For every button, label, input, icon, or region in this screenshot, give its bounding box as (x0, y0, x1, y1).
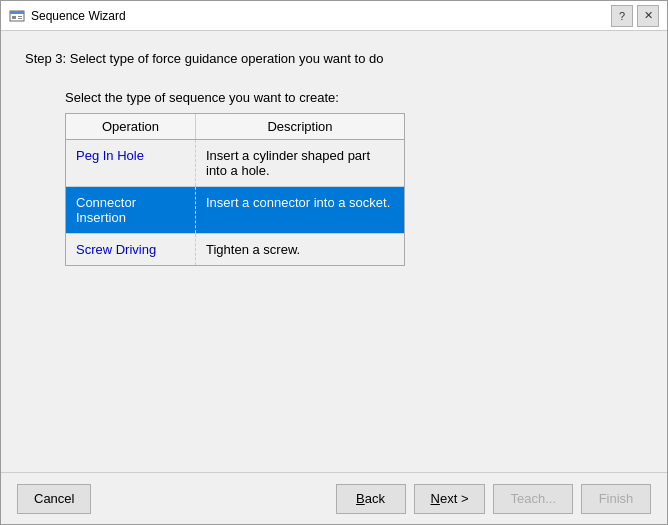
svg-rect-1 (10, 11, 24, 14)
row-operation: Screw Driving (66, 234, 196, 265)
row-description: Insert a cylinder shaped part into a hol… (196, 140, 404, 186)
svg-rect-2 (12, 16, 16, 19)
next-button[interactable]: Next > (414, 484, 486, 514)
help-button[interactable]: ? (611, 5, 633, 27)
title-bar: Sequence Wizard ? ✕ (1, 1, 667, 31)
finish-button[interactable]: Finish (581, 484, 651, 514)
row-operation: Connector Insertion (66, 187, 196, 233)
row-operation: Peg In Hole (66, 140, 196, 186)
svg-rect-4 (18, 18, 22, 19)
svg-rect-3 (18, 16, 22, 17)
back-label-rest: ack (365, 491, 385, 506)
window-icon (9, 8, 25, 24)
title-bar-controls: ? ✕ (611, 5, 659, 27)
back-button[interactable]: Back (336, 484, 406, 514)
next-underline: N (431, 491, 440, 506)
table-row[interactable]: Peg In Hole Insert a cylinder shaped par… (66, 140, 404, 187)
row-description: Tighten a screw. (196, 234, 404, 265)
footer-left: Cancel (17, 484, 328, 514)
col-description: Description (196, 114, 404, 139)
window-title: Sequence Wizard (31, 9, 611, 23)
table-header: Operation Description (66, 114, 404, 140)
content-area: Step 3: Select type of force guidance op… (1, 31, 667, 472)
selection-label: Select the type of sequence you want to … (65, 90, 339, 105)
operation-table: Operation Description Peg In Hole Insert… (65, 113, 405, 266)
step-title: Step 3: Select type of force guidance op… (25, 51, 643, 66)
teach-button[interactable]: Teach... (493, 484, 573, 514)
table-row[interactable]: Connector Insertion Insert a connector i… (66, 187, 404, 234)
table-row[interactable]: Screw Driving Tighten a screw. (66, 234, 404, 265)
row-description: Insert a connector into a socket. (196, 187, 404, 233)
next-label-rest: ext > (440, 491, 469, 506)
footer-right: Back Next > Teach... Finish (336, 484, 651, 514)
wizard-window: Sequence Wizard ? ✕ Step 3: Select type … (0, 0, 668, 525)
close-button[interactable]: ✕ (637, 5, 659, 27)
footer: Cancel Back Next > Teach... Finish (1, 472, 667, 524)
cancel-button[interactable]: Cancel (17, 484, 91, 514)
selection-area: Select the type of sequence you want to … (65, 90, 643, 456)
back-underline: B (356, 491, 365, 506)
col-operation: Operation (66, 114, 196, 139)
